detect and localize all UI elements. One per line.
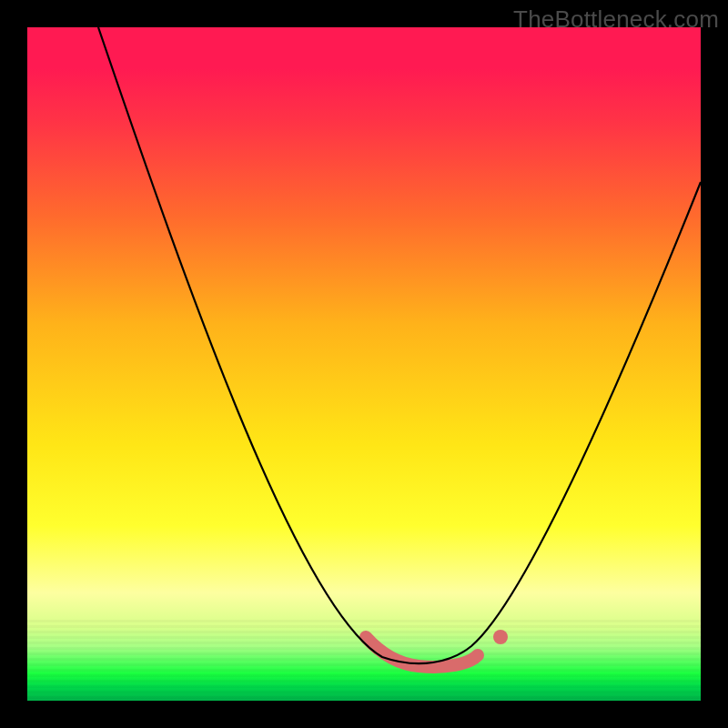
gradient-background bbox=[27, 27, 701, 701]
chart-frame: TheBottleneck.com bbox=[0, 0, 728, 728]
plot-area bbox=[27, 27, 701, 701]
